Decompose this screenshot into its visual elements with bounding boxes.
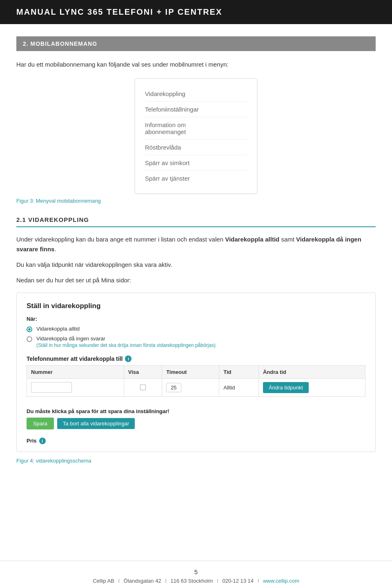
cell-number (27, 378, 124, 396)
pris-row: Pris i (27, 438, 365, 444)
cell-tid: Alltid (219, 378, 259, 396)
col-tid: Tid (219, 365, 259, 378)
phone-table-section: Telefonnummer att vidarekoppla till i Nu… (27, 355, 365, 397)
timeout-value: 25 (166, 383, 181, 392)
menu-item-sparr-tjanster: Spärr av tjänster (145, 171, 247, 186)
menu-item-information: Information omabonnemanget (145, 117, 247, 140)
phone-table: Nummer Visa Timeout Tid Ändra tid (27, 365, 365, 397)
footer-company: Cellip AB (93, 578, 114, 584)
menu-item-telefoni: Telefoniinställningar (145, 102, 247, 117)
col-visa: Visa (124, 365, 162, 378)
section21-heading: 2.1 VIDAREKOPPLING (16, 216, 376, 227)
save-warning: Du måste klicka på spara för att spara d… (27, 408, 365, 414)
section21-body3: Nedan ser du hur det ser ut på Mina sido… (16, 275, 376, 285)
menu-item-sparr-simkort: Spärr av simkort (145, 155, 247, 171)
when-label: När: (27, 316, 365, 322)
visa-checkbox[interactable] (140, 385, 146, 390)
menu-item-vidarekoppling: Vidarekoppling (145, 86, 247, 102)
cell-andra-tid: Ändra tidpunkt (258, 378, 365, 396)
widget-mockup: Ställ in vidarekoppling När: Vidarekoppl… (16, 293, 376, 452)
save-btn-row: Spara Ta bort alla vidarekopplingar (27, 418, 365, 429)
section21-body2: Du kan välja tidpunkt när vidarekoppling… (16, 260, 376, 270)
radio-row-1: Vidarekoppla alltid (27, 325, 365, 333)
col-timeout: Timeout (162, 365, 219, 378)
menu-mockup: Vidarekoppling Telefoniinställningar Inf… (135, 78, 257, 194)
cell-timeout: 25 (162, 378, 219, 396)
page-number: 5 (0, 568, 392, 575)
footer-postal: 116 63 Stockholm (170, 578, 213, 584)
col-andra-tid: Ändra tid (258, 365, 365, 378)
andra-tidpunkt-button[interactable]: Ändra tidpunkt (263, 382, 309, 393)
footer-address: Ölandsgatan 42 (124, 578, 161, 584)
phone-table-title: Telefonnummer att vidarekoppla till i (27, 355, 365, 362)
col-nummer: Nummer (27, 365, 124, 378)
cell-visa (124, 378, 162, 396)
radio-row-2: Vidarekoppla då ingen svarar (Ställ in h… (27, 335, 365, 348)
radio-noanswer-input[interactable] (27, 336, 32, 342)
radio-noanswer-label: Vidarekoppla då ingen svarar (Ställ in h… (36, 335, 216, 348)
header-title: MANUAL LYNC 365 TELEFONI + IP CENTREX (16, 7, 222, 16)
page-header: MANUAL LYNC 365 TELEFONI + IP CENTREX (0, 0, 392, 24)
page-footer: 5 Cellip AB I Ölandsgatan 42 I 116 63 St… (0, 561, 392, 588)
save-section: Du måste klicka på spara för att spara d… (27, 403, 365, 433)
spara-button[interactable]: Spara (27, 418, 54, 429)
number-input[interactable] (31, 382, 72, 393)
radio-always-label: Vidarekoppla alltid (36, 325, 80, 333)
section2-heading: 2. MOBILABONNEMANG (16, 36, 376, 51)
figure4-caption: Figur 4: vidarekopplingsschema (16, 458, 376, 464)
figure3-caption: Figur 3: Menyval mobilabonnemang (16, 198, 376, 204)
footer-phone: 020-12 13 14 (222, 578, 254, 584)
widget-title: Ställ in vidarekoppling (27, 302, 365, 310)
radio-always-input[interactable] (27, 326, 32, 332)
pris-info-icon[interactable]: i (39, 438, 46, 444)
pris-label: Pris (27, 438, 37, 444)
menu-item-rostbrevlada: Röstbrevlåda (145, 140, 247, 155)
table-row: 25 Alltid Ändra tidpunkt (27, 378, 365, 396)
section21-body1: Under vidarekoppling kan du bara ange et… (16, 235, 376, 254)
footer-website[interactable]: www.cellip.com (263, 578, 299, 584)
info-icon[interactable]: i (125, 355, 131, 362)
section2-intro: Har du ett mobilabonnemang kan följande … (16, 60, 376, 69)
tabort-button[interactable]: Ta bort alla vidarekopplingar (57, 418, 135, 429)
